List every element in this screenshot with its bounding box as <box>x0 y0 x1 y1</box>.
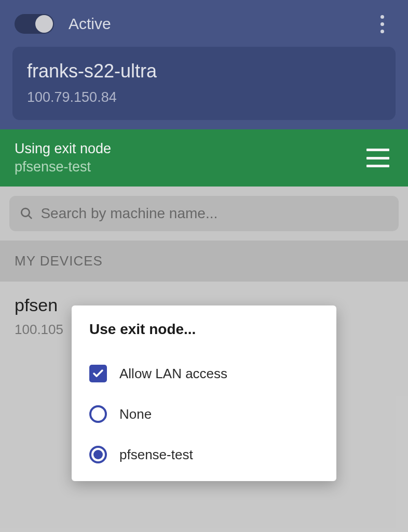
exit-node-dialog: Use exit node... Allow LAN access None p… <box>72 305 336 481</box>
section-my-devices: MY DEVICES <box>0 241 408 282</box>
app-header: Active franks-s22-ultra 100.79.150.84 <box>0 0 408 129</box>
dialog-title: Use exit node... <box>89 321 319 338</box>
svg-line-1 <box>29 216 32 219</box>
radio-none[interactable] <box>89 405 107 423</box>
check-icon <box>92 367 104 380</box>
overflow-menu-button[interactable] <box>374 12 390 35</box>
this-device-card[interactable]: franks-s22-ultra 100.79.150.84 <box>12 47 396 120</box>
radio-pfsense-label: pfsense-test <box>119 447 193 463</box>
exit-node-option-pfsense[interactable]: pfsense-test <box>89 434 319 475</box>
this-device-ip: 100.79.150.84 <box>27 89 381 105</box>
search-input[interactable] <box>40 205 388 222</box>
search-bar[interactable] <box>9 196 399 231</box>
exit-node-info: Using exit node pfsense-test <box>15 141 111 175</box>
exit-node-banner[interactable]: Using exit node pfsense-test <box>0 129 408 187</box>
this-device-name: franks-s22-ultra <box>27 60 381 82</box>
radio-none-label: None <box>119 406 152 422</box>
radio-pfsense[interactable] <box>89 446 107 463</box>
svg-point-0 <box>21 208 29 216</box>
exit-node-title: Using exit node <box>15 141 111 157</box>
allow-lan-option[interactable]: Allow LAN access <box>89 353 319 394</box>
search-wrap <box>0 187 408 241</box>
status-left: Active <box>15 14 111 34</box>
toggle-knob <box>35 15 53 33</box>
exit-node-option-none[interactable]: None <box>89 394 319 434</box>
exit-node-menu-icon[interactable] <box>366 149 389 167</box>
active-toggle[interactable] <box>15 14 54 34</box>
exit-node-name: pfsense-test <box>15 159 111 175</box>
allow-lan-checkbox[interactable] <box>89 365 107 382</box>
allow-lan-label: Allow LAN access <box>119 366 227 382</box>
search-icon <box>20 206 33 221</box>
status-row: Active <box>12 9 396 45</box>
status-label: Active <box>69 15 111 33</box>
